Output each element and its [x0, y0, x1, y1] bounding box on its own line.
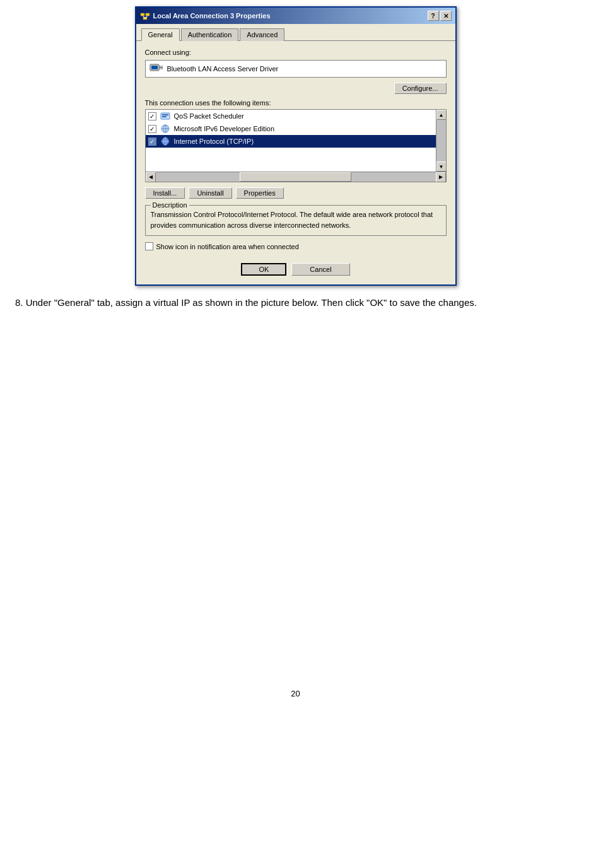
- checkbox-qos[interactable]: ✓: [148, 112, 156, 120]
- svg-rect-12: [162, 114, 168, 115]
- scroll-track-vert: [436, 120, 446, 161]
- svg-rect-13: [162, 116, 167, 117]
- adapter-box: Bluetooth LAN Access Server Driver: [145, 60, 447, 78]
- configure-button[interactable]: Configure...: [394, 83, 447, 94]
- vertical-scrollbar[interactable]: ▲ ▼: [436, 110, 446, 172]
- properties-dialog: Local Area Connection 3 Properties ? ✕ G…: [135, 6, 457, 286]
- scroll-down-arrow[interactable]: ▼: [436, 161, 447, 172]
- svg-rect-8: [160, 66, 160, 69]
- tab-authentication[interactable]: Authentication: [181, 28, 239, 41]
- cancel-button[interactable]: Cancel: [291, 263, 349, 276]
- network-icon: [140, 11, 150, 21]
- svg-rect-1: [146, 13, 149, 16]
- scroll-track-horiz: [156, 172, 436, 182]
- configure-row: Configure...: [145, 83, 447, 94]
- title-bar: Local Area Connection 3 Properties ? ✕: [136, 8, 455, 24]
- list-item-qos[interactable]: ✓ QoS Packet Scheduler: [146, 110, 436, 122]
- close-button[interactable]: ✕: [440, 11, 452, 21]
- ok-cancel-row: OK Cancel: [145, 263, 447, 276]
- ipv6-label: Microsoft IPv6 Developer Edition: [174, 125, 275, 132]
- items-label: This connection uses the following items…: [145, 99, 447, 107]
- description-group-label: Description: [151, 201, 189, 209]
- tcpip-icon: [160, 136, 170, 146]
- dialog-wrapper: Local Area Connection 3 Properties ? ✕ G…: [13, 6, 578, 286]
- svg-rect-10: [162, 66, 163, 69]
- uninstall-button[interactable]: Uninstall: [189, 187, 231, 199]
- svg-rect-9: [161, 66, 161, 69]
- qos-icon: [160, 111, 170, 121]
- description-text: Transmission Control Protocol/Internet P…: [151, 209, 441, 230]
- qos-label: QoS Packet Scheduler: [174, 112, 244, 120]
- properties-button[interactable]: Properties: [236, 187, 284, 199]
- tab-bar: General Authentication Advanced: [136, 24, 455, 41]
- title-bar-left: Local Area Connection 3 Properties: [140, 11, 271, 21]
- list-item-tcpip[interactable]: ✓ Internet Protocol (TCP/IP): [146, 135, 436, 148]
- scroll-right-arrow[interactable]: ▶: [436, 172, 446, 182]
- dialog-title: Local Area Connection 3 Properties: [153, 12, 271, 20]
- help-button[interactable]: ?: [428, 11, 439, 21]
- show-icon-label: Show icon in notification area when conn…: [156, 243, 299, 250]
- adapter-name: Bluetooth LAN Access Server Driver: [167, 65, 279, 73]
- tab-general[interactable]: General: [141, 28, 180, 41]
- items-list-container: ✓ QoS Packet Scheduler ✓: [145, 109, 447, 172]
- show-icon-checkbox[interactable]: [145, 242, 153, 250]
- ipv6-icon: [160, 124, 170, 134]
- svg-rect-0: [141, 13, 144, 16]
- install-button[interactable]: Install...: [145, 187, 185, 199]
- svg-rect-6: [151, 66, 158, 69]
- tcpip-label: Internet Protocol (TCP/IP): [174, 138, 254, 145]
- scroll-up-arrow[interactable]: ▲: [436, 110, 447, 120]
- show-icon-row: Show icon in notification area when conn…: [145, 242, 447, 250]
- scroll-thumb-horiz: [240, 172, 352, 182]
- tab-advanced[interactable]: Advanced: [240, 28, 284, 41]
- checkbox-ipv6[interactable]: ✓: [148, 125, 156, 133]
- items-list: ✓ QoS Packet Scheduler ✓: [146, 110, 436, 172]
- title-bar-buttons: ? ✕: [428, 11, 452, 21]
- scroll-left-arrow[interactable]: ◀: [146, 172, 156, 182]
- ok-button[interactable]: OK: [241, 263, 286, 276]
- page-number: 20: [13, 689, 578, 698]
- instruction-text: 8. Under "General" tab, assign a virtual…: [13, 296, 578, 310]
- adapter-icon: [149, 63, 163, 74]
- checkbox-tcpip[interactable]: ✓: [148, 138, 156, 146]
- dialog-content: Connect using: Bluetooth LAN Access Serv…: [136, 41, 455, 284]
- connect-using-label: Connect using:: [145, 49, 447, 56]
- description-group: Description Transmission Control Protoco…: [145, 205, 447, 236]
- horizontal-scrollbar[interactable]: ◀ ▶: [145, 172, 447, 182]
- bottom-buttons-row: Install... Uninstall Properties: [145, 187, 447, 199]
- list-item-ipv6[interactable]: ✓ Microsoft IPv6 Developer Edition: [146, 122, 436, 135]
